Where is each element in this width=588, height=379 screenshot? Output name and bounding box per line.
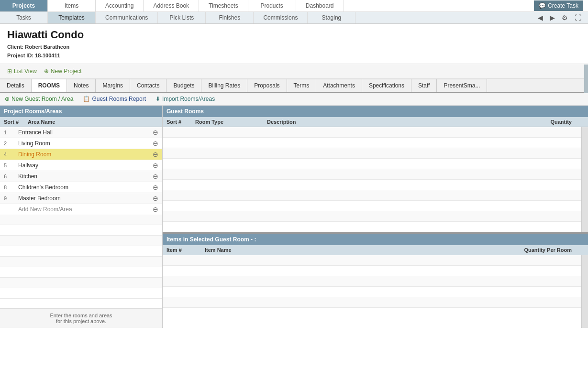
guest-room-row[interactable] <box>163 138 581 148</box>
left-panel-subheader: Sort # Area Name <box>0 117 162 127</box>
project-client: Client: Robert Baratheon Project ID: 18-… <box>7 43 581 60</box>
tab-specifications[interactable]: Specifications <box>362 79 411 92</box>
tab-terms[interactable]: Terms <box>287 79 317 92</box>
nav-tab-tasks[interactable]: Tasks <box>0 12 48 23</box>
panel-footer: Enter the rooms and areasfor this projec… <box>0 308 162 328</box>
nav-tab-dashboard[interactable]: Dashboard <box>296 0 344 11</box>
room-row-empty <box>0 215 162 225</box>
tab-rooms[interactable]: ROOMS <box>32 79 67 93</box>
nav-tab-staging[interactable]: Staging <box>308 12 355 23</box>
room-remove-1[interactable]: ⊖ <box>153 129 158 136</box>
new-project-button[interactable]: ⊕ New Project <box>44 68 82 75</box>
left-panel: Project Rooms/Areas Sort # Area Name 1 E… <box>0 106 163 328</box>
import-rooms-button[interactable]: ⬇ Import Rooms/Areas <box>155 96 215 102</box>
nav-right-area: 💬 Create Task <box>529 0 588 11</box>
col-area-header: Area Name <box>24 117 148 127</box>
guest-rooms-scrollbar[interactable] <box>581 127 588 232</box>
tab-billing-rates[interactable]: Billing Rates <box>201 79 247 92</box>
guest-rooms-report-button[interactable]: 📋 Guest Rooms Report <box>83 96 146 102</box>
room-remove-6[interactable]: ⊖ <box>153 173 158 180</box>
list-view-button[interactable]: ⊞ List View <box>7 68 37 75</box>
guest-room-row[interactable] <box>163 180 581 190</box>
nav-tab-products[interactable]: Products <box>248 0 296 11</box>
guest-room-row[interactable] <box>163 201 581 211</box>
top-navigation: Projects Items Accounting Address Book T… <box>0 0 588 24</box>
new-room-button[interactable]: ⊕ New Guest Room / Area <box>5 96 73 102</box>
col-sort-header: Sort # <box>0 117 24 127</box>
footer-text: Enter the rooms and areasfor this projec… <box>50 313 112 324</box>
create-task-button[interactable]: 💬 Create Task <box>534 0 583 11</box>
nav-tab-accounting[interactable]: Accounting <box>96 0 144 11</box>
room-remove-8[interactable]: ⊖ <box>153 184 158 191</box>
guest-room-row[interactable] <box>163 148 581 159</box>
tab-presentsmarter[interactable]: PresentSma... <box>437 79 487 92</box>
room-row[interactable]: 4 Dining Room ⊖ <box>0 149 162 160</box>
sidebar-toggle[interactable] <box>584 65 588 93</box>
room-name-1: Entrance Hall <box>18 129 153 136</box>
tab-details[interactable]: Details <box>0 79 32 92</box>
action-bar: ⊕ New Guest Room / Area 📋 Guest Rooms Re… <box>0 93 588 106</box>
settings-icon-button[interactable]: ⚙ <box>560 13 570 22</box>
guest-room-row[interactable] <box>163 211 581 222</box>
nav-next-button[interactable]: ▶ <box>548 13 557 22</box>
tab-notes[interactable]: Notes <box>67 79 96 92</box>
list-view-icon: ⊞ <box>7 68 12 75</box>
new-project-icon: ⊕ <box>44 68 49 75</box>
nav-tab-projects[interactable]: Projects <box>0 0 48 11</box>
item-row[interactable] <box>163 266 581 276</box>
guest-room-row[interactable] <box>163 222 581 232</box>
room-remove-5[interactable]: ⊖ <box>153 162 158 169</box>
guest-room-row[interactable] <box>163 159 581 169</box>
project-header: Hiawatti Condo Client: Robert Baratheon … <box>0 24 588 64</box>
add-room-label: Add New Room/Area <box>18 206 153 213</box>
room-remove-4[interactable]: ⊖ <box>153 151 158 158</box>
add-room-row[interactable]: Add New Room/Area ⊖ <box>0 204 162 215</box>
guest-rooms-header: Guest Rooms <box>163 106 588 117</box>
room-row[interactable]: 1 Entrance Hall ⊖ <box>0 127 162 138</box>
item-row[interactable] <box>163 276 581 287</box>
nav-prev-button[interactable]: ◀ <box>536 13 545 22</box>
tab-budgets[interactable]: Budgets <box>166 79 201 92</box>
tab-margins[interactable]: Margins <box>96 79 130 92</box>
tab-contacts[interactable]: Contacts <box>130 79 166 92</box>
room-row[interactable]: 9 Master Bedroom ⊖ <box>0 193 162 204</box>
th-type: Room Type <box>191 117 263 127</box>
room-row[interactable]: 2 Living Room ⊖ <box>0 138 162 149</box>
guest-room-row[interactable] <box>163 127 581 138</box>
room-sort-8: 8 <box>4 184 18 190</box>
item-row[interactable] <box>163 255 581 266</box>
room-remove-2[interactable]: ⊖ <box>153 140 158 147</box>
nav-tab-templates[interactable]: Templates <box>48 12 96 23</box>
room-sort-9: 9 <box>4 195 18 201</box>
room-sort-5: 5 <box>4 162 18 168</box>
tabs-row: Details ROOMS Notes Margins Contacts Bud… <box>0 79 588 93</box>
room-row[interactable]: 6 Kitchen ⊖ <box>0 171 162 182</box>
items-scrollbar[interactable] <box>581 255 588 328</box>
nav-tab-items[interactable]: Items <box>48 0 96 11</box>
nav-tab-timesheets[interactable]: Timesheets <box>199 0 248 11</box>
nav-tab-communications[interactable]: Communications <box>96 12 158 23</box>
room-row-empty <box>0 236 162 246</box>
th-item-qty: Quantity Per Room <box>519 245 581 255</box>
room-name-9: Master Bedroom <box>18 195 153 202</box>
room-remove-9[interactable]: ⊖ <box>153 195 158 202</box>
room-row-empty <box>0 267 162 278</box>
guest-room-row[interactable] <box>163 169 581 180</box>
room-row[interactable]: 5 Hallway ⊖ <box>0 160 162 171</box>
add-room-icon[interactable]: ⊖ <box>153 206 158 213</box>
item-row[interactable] <box>163 287 581 297</box>
nav-tab-address-book[interactable]: Address Book <box>144 0 199 11</box>
room-sort-6: 6 <box>4 173 18 179</box>
nav-tab-commissions[interactable]: Commissions <box>254 12 308 23</box>
expand-icon-button[interactable]: ⛶ <box>573 13 583 22</box>
item-row[interactable] <box>163 297 581 308</box>
tab-attachments[interactable]: Attachments <box>316 79 362 92</box>
tab-proposals[interactable]: Proposals <box>247 79 287 92</box>
right-panel: Guest Rooms Sort # Room Type Description… <box>163 106 588 328</box>
tab-staff[interactable]: Staff <box>411 79 437 92</box>
room-row[interactable]: 8 Children's Bedroom ⊖ <box>0 182 162 193</box>
th-item-num: Item # <box>163 245 201 255</box>
nav-tab-finishes[interactable]: Finishes <box>206 12 254 23</box>
nav-tab-pick-lists[interactable]: Pick Lists <box>158 12 206 23</box>
guest-room-row[interactable] <box>163 190 581 201</box>
